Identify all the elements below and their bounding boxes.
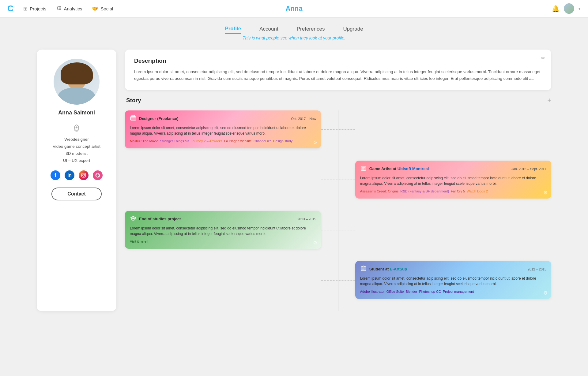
- settings-icon-designer[interactable]: ⚙: [313, 140, 317, 145]
- timeline-wrapper: Designer (Freelance) Oct. 2017 – Now Lor…: [125, 110, 551, 311]
- svg-point-3: [59, 9, 61, 10]
- card-date-studies: 2013 – 2015: [297, 217, 316, 221]
- card-body-designer: Lorem ipsum dolor sit amet, consectetur …: [130, 125, 316, 136]
- svg-point-2: [57, 9, 58, 10]
- profile-avatar: [54, 59, 100, 105]
- social-icons: f in: [51, 170, 103, 180]
- card-title-student: Student at E-ArtSup: [369, 267, 407, 271]
- description-text: Lorem ipsum dolor sit amet, consectetur …: [134, 69, 542, 82]
- story-card-ubisoft: Game Artist at Ubisoft Montreal Jan. 201…: [355, 161, 551, 199]
- card-body-ubisoft: Lorem ipsum dolor sit amet, consectetur …: [360, 175, 546, 186]
- profile-name: Anna Salmoni: [58, 110, 95, 116]
- svg-point-9: [76, 127, 77, 128]
- svg-rect-15: [130, 117, 136, 120]
- analytics-icon: [56, 5, 62, 12]
- instagram-icon[interactable]: [79, 170, 89, 180]
- facebook-icon[interactable]: f: [51, 170, 60, 180]
- tag-photoshop[interactable]: Photoshop CC: [419, 290, 441, 293]
- dashed-line-3: [321, 230, 355, 230]
- svg-rect-16: [132, 115, 135, 117]
- tag-stranger[interactable]: Stranger Things S3: [160, 139, 189, 143]
- add-story-button[interactable]: +: [547, 96, 551, 104]
- notification-bell-icon[interactable]: 🔔: [552, 5, 560, 12]
- card-date-designer: Oct. 2017 – Now: [291, 117, 316, 121]
- tag-projectmgmt[interactable]: Project management: [443, 290, 474, 293]
- projects-icon: ⊞: [23, 6, 28, 12]
- tag-visit[interactable]: Visit it here !: [130, 240, 148, 243]
- header-right: 🔔 ▾: [552, 3, 581, 14]
- avatar-hair-art: [61, 62, 93, 84]
- settings-icon-studies[interactable]: ⚙: [313, 240, 317, 246]
- linkedin-icon[interactable]: in: [65, 170, 74, 180]
- card-tags-studies: Visit it here !: [130, 240, 316, 243]
- tag-farcry[interactable]: Far Cry 5: [451, 189, 465, 193]
- tab-account[interactable]: Account: [259, 26, 278, 33]
- dribbble-icon[interactable]: [93, 170, 103, 180]
- svg-point-1: [59, 6, 61, 7]
- nav-item-social[interactable]: 🤝 Social: [92, 6, 113, 12]
- description-title: Description: [134, 58, 542, 64]
- card-body-studies: Lorem ipsum dolor sit amet, consectetur …: [130, 225, 316, 236]
- card-date-ubisoft: Jan. 2015 – Sept. 2017: [511, 167, 546, 171]
- profile-left-panel: Anna Salmoni Webdesigner Video game conc…: [37, 50, 116, 311]
- card-title-row: Designer (Freelance): [130, 115, 179, 123]
- svg-point-14: [96, 173, 100, 177]
- tag-channel[interactable]: Channel n°5 Design study: [254, 139, 292, 143]
- card-icon-designer: [130, 115, 137, 123]
- tag-office[interactable]: Office Suite: [386, 290, 404, 293]
- role-concept-artist: Video game concept artist: [53, 143, 100, 150]
- logo[interactable]: C: [7, 4, 13, 13]
- role-webdesigner: Webdesigner: [53, 136, 100, 143]
- tag-plagne[interactable]: La Plagne website: [224, 139, 252, 143]
- role-ui-ux: UI – UX expert: [53, 157, 100, 164]
- card-tags-ubisoft: Assassin's Creed: Origins R&D (Fantasy &…: [360, 189, 546, 193]
- card-tags-student: Adobe Illustrator Office Suite Blender P…: [360, 290, 546, 293]
- card-title-designer: Designer (Freelance): [139, 116, 179, 121]
- avatar-face-art: [54, 59, 100, 105]
- tag-malibu[interactable]: Malibu : The Movie: [130, 139, 158, 143]
- user-menu-chevron-icon[interactable]: ▾: [579, 6, 581, 11]
- tag-assassin[interactable]: Assassin's Creed: Origins: [360, 189, 399, 193]
- main-content: Anna Salmoni Webdesigner Video game conc…: [0, 47, 588, 323]
- card-title-ubisoft: Game Artist at Ubisoft Montreal: [369, 166, 429, 171]
- card-title-row-studies: End of studies project: [130, 215, 181, 223]
- card-header-designer: Designer (Freelance) Oct. 2017 – Now: [130, 115, 316, 123]
- card-tags-designer: Malibu : The Movie Stranger Things S3 Jo…: [130, 139, 316, 143]
- tab-upgrade[interactable]: Upgrade: [343, 26, 363, 33]
- timeline-row-designer: Designer (Freelance) Oct. 2017 – Now Lor…: [125, 110, 551, 148]
- dashed-line-1: [321, 129, 355, 130]
- contact-button[interactable]: Contact: [51, 188, 102, 200]
- card-header-studies: End of studies project 2013 – 2015: [130, 215, 316, 223]
- tab-profile[interactable]: Profile: [225, 26, 241, 34]
- rocket-icon: [71, 121, 82, 133]
- nav-item-analytics[interactable]: Analytics: [56, 5, 82, 12]
- svg-point-0: [57, 6, 58, 7]
- page-tabs: Profile Account Preferences Upgrade: [0, 17, 588, 35]
- tag-journey[interactable]: Journey 2 – Artworks: [191, 139, 222, 143]
- edit-icon[interactable]: ✏: [541, 55, 545, 61]
- tag-watchdogs[interactable]: Watch Dogs 2: [467, 189, 488, 193]
- tab-preferences[interactable]: Preferences: [297, 26, 325, 33]
- description-card: Description ✏ Lorem ipsum dolor sit amet…: [125, 50, 551, 90]
- settings-icon-student[interactable]: ⚙: [543, 290, 548, 296]
- dashed-line-2: [321, 180, 355, 180]
- user-avatar[interactable]: [564, 3, 574, 14]
- story-title: Story: [125, 97, 141, 104]
- right-panel: Description ✏ Lorem ipsum dolor sit amet…: [125, 50, 551, 311]
- tab-subtitle: This is what people see when they look a…: [0, 35, 588, 40]
- card-icon-ubisoft: [360, 165, 367, 173]
- nav-item-projects[interactable]: ⊞ Projects: [23, 6, 46, 12]
- dashed-line-4: [321, 280, 355, 281]
- tag-illustrator[interactable]: Adobe Illustrator: [360, 290, 385, 293]
- card-icon-student: [360, 265, 367, 273]
- header: C ⊞ Projects Analytics 🤝: [0, 0, 588, 17]
- settings-icon-ubisoft[interactable]: ⚙: [543, 190, 548, 195]
- card-icon-studies: [130, 215, 137, 223]
- timeline-row-studies: End of studies project 2013 – 2015 Lorem…: [125, 211, 551, 249]
- svg-point-13: [85, 174, 85, 174]
- role-3d-modelist: 3D modelist: [53, 150, 100, 157]
- story-section: Story +: [125, 96, 551, 311]
- tag-rnd[interactable]: R&D (Fantasy & SF department): [400, 189, 449, 193]
- tag-blender[interactable]: Blender: [405, 290, 417, 293]
- story-card-student: Student at E-ArtSup 2012 – 2015 Lorem ip…: [355, 261, 551, 299]
